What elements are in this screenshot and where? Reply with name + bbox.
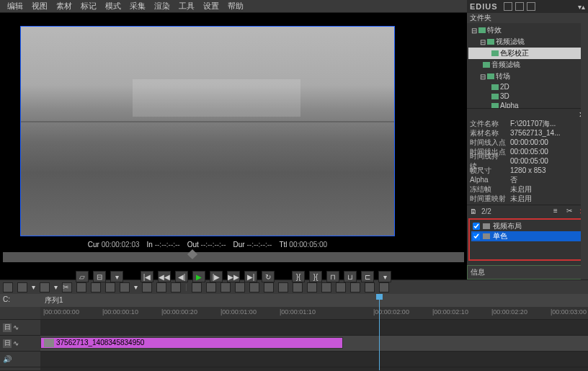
fx-icon xyxy=(483,223,490,229)
tree-item[interactable]: ⊟ 转场 xyxy=(468,71,587,82)
sequence-button[interactable]: ⊟ xyxy=(93,271,106,282)
track-header[interactable]: 日∿ xyxy=(0,336,40,352)
edius-logo: EDIUS xyxy=(470,2,498,11)
chevron-down-icon[interactable]: ▾ xyxy=(32,283,35,291)
window-icon[interactable] xyxy=(504,2,512,11)
prop-filename: F:\201707海... xyxy=(510,119,556,129)
step-back-button[interactable]: ◀| xyxy=(175,271,188,282)
edius-titlebar: EDIUS ▾ ▴ xyxy=(467,0,588,13)
timeline-track[interactable] xyxy=(40,352,588,367)
prop-alpha: 否 xyxy=(510,175,517,185)
preview-monitor[interactable] xyxy=(20,26,395,236)
tc-out: --:--:--:-- xyxy=(201,241,226,249)
tree-item[interactable]: 3D xyxy=(468,91,587,101)
timeline-ruler[interactable]: |00:00:00:00 |00:00:00:10 |00:00:00:20 |… xyxy=(40,307,588,320)
menu-settings[interactable]: 设置 xyxy=(199,1,223,12)
tree-item[interactable]: Alpha xyxy=(468,101,587,108)
folder-icon xyxy=(487,39,494,45)
fx-counter: 2/2 xyxy=(481,207,491,215)
menu-mode[interactable]: 模式 xyxy=(101,1,125,12)
menu-capture[interactable]: 采集 xyxy=(125,1,150,12)
play-button[interactable]: ▶ xyxy=(192,271,205,282)
clip-thumb-icon xyxy=(44,339,54,347)
seq-tab-header: C: xyxy=(0,294,40,307)
fx-checkbox[interactable] xyxy=(473,223,480,230)
scrub-bar[interactable] xyxy=(3,252,464,262)
max-icon[interactable]: ▴ xyxy=(582,3,585,11)
timeline-panel: C: 日∿ 日∿ 🔊 序列1 |00:00:00:00 |00:00:00:10… xyxy=(0,294,588,370)
prop-framesize: 1280 x 853 xyxy=(510,166,546,174)
preview-image xyxy=(21,27,394,236)
playhead[interactable] xyxy=(379,294,380,370)
rewind-button[interactable]: ◀◀ xyxy=(158,271,171,282)
tc-in: --:--:--:-- xyxy=(155,241,180,249)
goto-start-button[interactable]: |◀ xyxy=(141,271,153,282)
timeline-tracks[interactable]: 序列1 |00:00:00:00 |00:00:00:10 |00:00:00:… xyxy=(40,294,588,370)
step-fwd-button[interactable]: |▶ xyxy=(210,271,223,282)
prop-tl-out: 00:00:05:00 xyxy=(510,148,548,156)
timeline-track-headers: C: 日∿ 日∿ 🔊 xyxy=(0,294,40,370)
overwrite-button[interactable]: ⊔ xyxy=(344,271,357,282)
track-header[interactable]: 🔊 xyxy=(0,352,40,367)
left-label: C: xyxy=(3,295,10,303)
timeline-track[interactable]: 37562713_1408345834950 xyxy=(40,336,588,352)
info-label: 信息 xyxy=(467,265,588,280)
menu-render[interactable]: 渲染 xyxy=(150,1,174,12)
menu-edit[interactable]: 编辑 xyxy=(3,1,27,12)
fx-checkbox[interactable] xyxy=(473,233,480,240)
menu-tools[interactable]: 工具 xyxy=(174,1,199,12)
mark-in-button[interactable]: }{ xyxy=(292,271,305,282)
tc-cur: 00:00:02:03 xyxy=(102,241,140,249)
timeline-track[interactable] xyxy=(40,320,588,336)
waveform-icon: ∿ xyxy=(13,339,19,347)
tc-dur: --:--:--:-- xyxy=(246,241,272,249)
effects-tree: ⊟ 特效 ⊟ 视频滤镜 色彩校正 音频滤镜 ⊟ 转场 2D 3D Alpha xyxy=(467,23,588,108)
menu-clip[interactable]: 素材 xyxy=(52,1,76,12)
scissors-icon[interactable]: ✂ xyxy=(566,207,575,215)
folder-icon xyxy=(491,94,499,99)
timeline-clip[interactable]: 37562713_1408345834950 xyxy=(40,337,343,349)
tree-item[interactable]: ⊟ 视频滤镜 xyxy=(468,36,587,48)
layout2-icon[interactable] xyxy=(527,2,535,11)
waveform-icon: ∿ xyxy=(13,323,19,331)
insert-button[interactable]: ⊓ xyxy=(326,271,339,282)
timecode-row: Cur 00:00:02:03 In --:--:--:-- Out --:--… xyxy=(20,239,395,249)
side-panel: 文件夹 ⊟ 特效 ⊟ 视频滤镜 色彩校正 音频滤镜 ⊟ 转场 2D 3D Alp… xyxy=(467,13,588,280)
prop-freeze: 未启用 xyxy=(510,184,532,195)
tc-ttl: 00:00:05:00 xyxy=(289,241,327,249)
prop-remap: 未启用 xyxy=(510,194,532,204)
tree-item[interactable]: 音频滤镜 xyxy=(468,59,587,71)
goto-end-button[interactable]: ▶| xyxy=(244,271,257,282)
fx-item[interactable]: 视频布局 xyxy=(471,221,584,231)
chevron-down-icon[interactable]: ▾ xyxy=(54,283,58,291)
menu-help[interactable]: 帮助 xyxy=(223,1,248,12)
preview-panel: Cur 00:00:02:03 In --:--:--:-- Out --:--… xyxy=(0,13,467,280)
prop-tl-dur: 00:00:05:00 xyxy=(510,157,548,165)
tree-item[interactable]: ⊟ 特效 xyxy=(468,24,587,36)
tree-item[interactable]: 2D xyxy=(468,82,587,91)
fx-tool-icon[interactable]: ≡ xyxy=(553,207,562,215)
sequence-tab[interactable]: 序列1 xyxy=(40,294,588,307)
ffwd-button[interactable]: ▶▶ xyxy=(227,271,240,282)
chevron-down-icon[interactable]: ▾ xyxy=(110,271,123,282)
mark-out-button[interactable]: }{ xyxy=(309,271,322,282)
menu-marker[interactable]: 标记 xyxy=(76,1,101,12)
folder-icon xyxy=(491,50,499,56)
track-header[interactable]: 日∿ xyxy=(0,320,40,336)
applied-fx-list: 视频布局 单色 xyxy=(468,218,587,261)
folder-icon xyxy=(491,103,499,109)
note-icon[interactable]: 🗎 xyxy=(470,207,477,215)
replace-button[interactable]: ⊏ xyxy=(361,271,374,282)
loop-button[interactable]: ↻ xyxy=(262,271,275,282)
flag-button[interactable]: ▱ xyxy=(76,271,89,282)
layout-icon[interactable] xyxy=(515,2,524,11)
chevron-down-icon[interactable]: ▾ xyxy=(134,283,138,291)
scrub-playhead[interactable] xyxy=(187,249,197,259)
folder-icon xyxy=(478,27,486,33)
fx-icon xyxy=(483,233,490,239)
scrollbar[interactable] xyxy=(581,13,588,280)
menu-view[interactable]: 视图 xyxy=(27,1,52,12)
more-button[interactable]: ▾ xyxy=(378,271,391,282)
tree-item-selected[interactable]: 色彩校正 xyxy=(468,48,587,59)
fx-item-selected[interactable]: 单色 xyxy=(471,231,584,241)
